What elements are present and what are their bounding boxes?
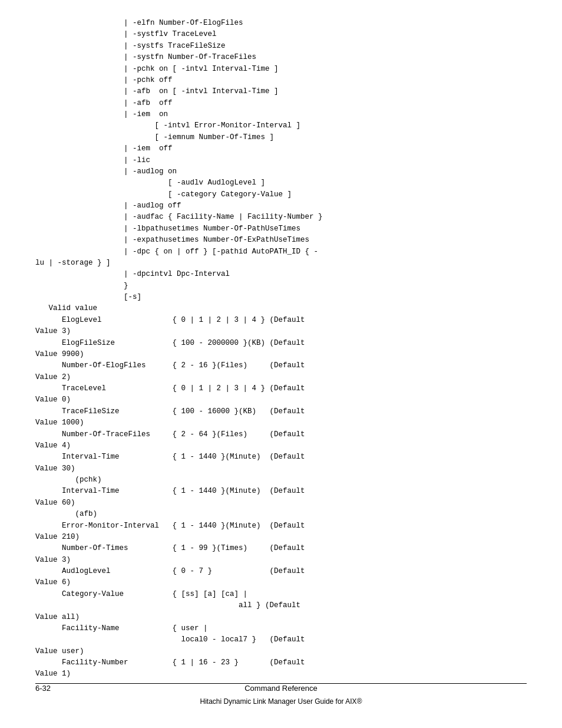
page-content: | -elfn Number-Of-ElogFiles | -systflv T… (0, 0, 562, 727)
footer-center: Command Reference (0, 684, 562, 693)
code-block: | -elfn Number-Of-ElogFiles | -systflv T… (35, 18, 527, 680)
footer-bottom: Hitachi Dynamic Link Manager User Guide … (0, 697, 562, 706)
